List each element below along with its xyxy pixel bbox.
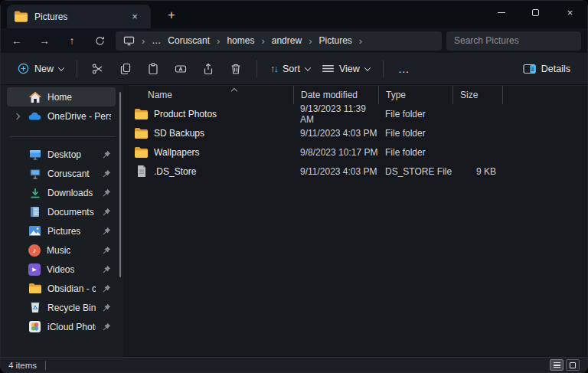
tab-bar: Pictures × + × (1, 1, 587, 28)
sidebar-item-desktop[interactable]: Desktop (7, 145, 116, 164)
breadcrumb-item-andrew[interactable]: andrew (272, 35, 302, 46)
expand-chevron-icon[interactable] (14, 113, 20, 119)
up-button[interactable]: ↑ (60, 31, 83, 51)
sidebar-item-pictures[interactable]: Pictures (7, 221, 116, 240)
search-input[interactable] (454, 35, 573, 46)
delete-button[interactable] (222, 57, 250, 81)
window-controls: × (484, 1, 587, 25)
search-box (446, 31, 581, 51)
documents-icon (28, 205, 41, 218)
breadcrumb-item-homes[interactable]: homes (227, 35, 254, 46)
view-button[interactable]: View (316, 59, 376, 79)
paste-icon (147, 63, 159, 75)
chevron-right-icon: › (142, 35, 145, 47)
status-separator (45, 361, 46, 370)
large-icons-view-button[interactable] (566, 359, 580, 371)
paste-button[interactable] (139, 57, 167, 81)
sidebar-item-label: Downloads (47, 188, 93, 198)
sidebar-item-icloud-photos[interactable]: iCloud Photos (7, 317, 116, 336)
sidebar-item-coruscant[interactable]: Coruscant (7, 164, 116, 183)
file-type: File folder (378, 128, 452, 139)
column-header-name[interactable]: Name (129, 86, 293, 104)
sidebar-item-obsidian[interactable]: Obsidian - chewie (7, 279, 116, 298)
plus-circle-icon (18, 63, 29, 74)
sidebar-item-onedrive[interactable]: OneDrive - Personal (7, 106, 116, 126)
cut-icon (92, 63, 104, 75)
column-header-date-modified[interactable]: Date modified (293, 86, 378, 104)
sidebar-item-recycle-bin[interactable]: Recycle Bin (7, 298, 116, 317)
folder-icon (135, 146, 148, 159)
cut-button[interactable] (84, 57, 112, 81)
file-date: 9/11/2023 4:03 PM (293, 166, 378, 177)
toolbar-divider (77, 61, 77, 77)
file-name: SD Backups (154, 128, 204, 139)
copy-button[interactable] (112, 57, 139, 81)
status-bar: 4 items (1, 357, 587, 372)
sidebar-item-label: iCloud Photos (47, 322, 96, 332)
share-button[interactable] (194, 57, 222, 81)
home-icon (28, 90, 41, 103)
new-tab-button[interactable]: + (162, 5, 181, 25)
new-button[interactable]: New (11, 58, 70, 79)
computer-icon (123, 36, 135, 46)
breadcrumb[interactable]: › … Coruscant › homes › andrew › Picture… (116, 31, 442, 51)
sidebar-item-music[interactable]: ♪ Music (7, 240, 116, 260)
pin-icon (102, 188, 111, 198)
chevron-right-icon: › (309, 35, 312, 47)
file-row-ds-store[interactable]: .DS_Store 9/11/2023 4:03 PM DS_STORE Fil… (129, 162, 587, 181)
downloads-icon (28, 186, 41, 199)
file-row-sd-backups[interactable]: SD Backups 9/11/2023 4:03 PM File folder (129, 123, 587, 142)
folder-icon (135, 126, 148, 139)
sidebar-item-downloads[interactable]: Downloads (7, 183, 116, 202)
back-button[interactable]: ← (5, 31, 28, 51)
file-date: 9/8/2023 10:17 PM (293, 147, 378, 158)
maximize-button[interactable] (518, 1, 553, 25)
sidebar-item-documents[interactable]: Documents (7, 202, 116, 221)
chevron-down-icon (58, 64, 64, 70)
tab-pictures[interactable]: Pictures × (7, 5, 151, 28)
toolbar-divider (383, 61, 384, 77)
pin-icon (102, 322, 111, 332)
large-icons-view-icon (570, 362, 576, 368)
file-date: 9/11/2023 4:03 PM (293, 128, 378, 139)
pin-icon (102, 150, 111, 159)
close-button[interactable]: × (553, 1, 587, 25)
file-name: Product Photos (154, 109, 217, 119)
sidebar-item-videos[interactable]: ▶ Videos (7, 260, 116, 279)
tab-title: Pictures (34, 11, 67, 22)
chevron-right-icon: › (359, 35, 362, 47)
breadcrumb-item-coruscant[interactable]: Coruscant (168, 35, 210, 46)
minimize-button[interactable] (484, 1, 518, 25)
view-label: View (339, 64, 360, 74)
column-header-type[interactable]: Type (378, 86, 452, 104)
details-pane-icon (523, 64, 536, 74)
maximize-icon (532, 9, 539, 16)
file-row-wallpapers[interactable]: Wallpapers 9/8/2023 10:17 PM File folder (129, 142, 587, 162)
details-pane-button[interactable]: Details (517, 59, 577, 79)
file-type: File folder (378, 109, 452, 119)
tab-close-icon[interactable]: × (126, 8, 143, 25)
column-header-size[interactable]: Size (452, 86, 502, 104)
breadcrumb-overflow[interactable]: … (152, 35, 161, 46)
command-bar: New ↑↓ Sort View (1, 53, 587, 85)
file-date: 9/13/2023 11:39 AM (293, 103, 378, 125)
pin-icon (102, 265, 111, 274)
rename-button[interactable] (167, 57, 194, 81)
pin-icon (102, 303, 111, 312)
pin-icon (102, 169, 111, 178)
onedrive-cloud-icon (28, 110, 41, 123)
pin-icon (102, 246, 111, 255)
file-name: Wallpapers (154, 147, 200, 158)
forward-button[interactable]: → (33, 31, 56, 51)
sort-button[interactable]: ↑↓ Sort (264, 58, 316, 79)
sidebar-item-home[interactable]: Home (7, 87, 116, 106)
videos-icon: ▶ (28, 263, 41, 276)
chevron-right-icon: › (217, 35, 220, 47)
details-view-button[interactable] (550, 359, 564, 371)
refresh-button[interactable] (88, 31, 111, 51)
breadcrumb-item-pictures[interactable]: Pictures (318, 35, 351, 46)
address-bar: ← → ↑ › … Coruscant › homes › andrew › P… (1, 28, 587, 53)
see-more-button[interactable]: … (390, 57, 418, 81)
sidebar-scrollbar[interactable] (119, 92, 121, 277)
file-row-product-photos[interactable]: Product Photos 9/13/2023 11:39 AM File f… (129, 104, 587, 123)
